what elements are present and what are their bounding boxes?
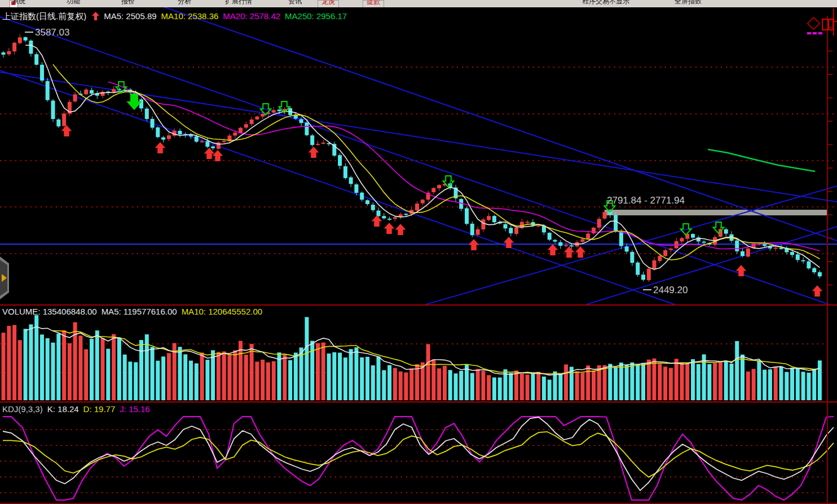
menu-item[interactable]: 报价 [121,0,135,7]
left-panel-expand-handle[interactable] [0,257,9,299]
menu-item[interactable]: 资讯 [288,0,302,7]
volume-pane: VOLUME: 135406848.00MA5: 119577616.00MA1… [0,304,837,401]
volume-value: VOLUME: 135406848.00 [2,307,97,316]
kdj-pane: KDJ(9,3,3)K: 18.24D: 19.77J: 15.16 [0,401,837,504]
expand-arrow-icon [2,274,7,282]
menu-bar: 系统功能报价分析扩展行情资讯龙虎提款程序交易不显示全屏指数 [0,0,837,8]
volume-chart[interactable] [0,306,837,401]
price-chart-header: 上证指数(日线.前复权)MA5: 2505.89MA10: 2538.36MA2… [2,11,351,22]
volume-ma5: MA5: 119577616.00 [102,307,177,316]
svg-text:3587.03: 3587.03 [35,27,69,38]
kdj-j: J: 15.16 [120,404,149,414]
kdj-header: KDJ(9,3,3)K: 18.24D: 19.77J: 15.16 [2,404,155,414]
split-window-icon[interactable] [822,19,834,30]
legend-ma250: MA250: 2956.17 [285,11,347,21]
volume-ma10: MA10: 120645552.00 [182,307,262,316]
price-chart-pane: 上证指数(日线.前复权)MA5: 2505.89MA10: 2538.36MA2… [0,7,837,304]
menu-item[interactable]: 扩展行情 [225,0,252,7]
legend-ma10: MA10: 2538.36 [161,11,219,21]
magenta-dash-icon [818,32,822,34]
chart-title: 上证指数(日线.前复权) [2,11,86,21]
svg-text:2449.20: 2449.20 [653,285,688,295]
magenta-dash-icon [807,32,811,34]
kdj-d: D: 19.77 [83,404,116,414]
candlestick-chart[interactable]: 3587.032449.202791.84 - 2771.94 [0,7,837,304]
kdj-chart[interactable] [0,403,837,503]
legend-ma5: MA5: 2505.89 [104,11,156,21]
menu-item[interactable]: 分析 [178,0,191,7]
menu-item[interactable]: 功能 [67,0,80,7]
kdj-k: K: 18.24 [47,404,79,414]
trading-app-window: 系统功能报价分析扩展行情资讯龙虎提款程序交易不显示全屏指数 上证指数(日线.前复… [0,0,837,504]
kdj-title: KDJ(9,3,3) [2,404,43,414]
svg-text:2791.84 - 2771.94: 2791.84 - 2771.94 [607,195,685,206]
menu-item-hot[interactable]: 提款 [363,0,384,8]
menu-note: 程序交易不显示 [582,0,629,7]
menu-note: 全屏指数 [675,0,702,7]
menu-item[interactable]: 系统 [12,0,25,7]
volume-header: VOLUME: 135406848.00MA5: 119577616.00MA1… [2,307,267,316]
up-arrow-icon [92,12,99,20]
legend-ma20: MA20: 2578.42 [223,11,280,21]
menu-item-hot[interactable]: 龙虎 [318,0,339,8]
magenta-dash-icon [813,32,817,34]
